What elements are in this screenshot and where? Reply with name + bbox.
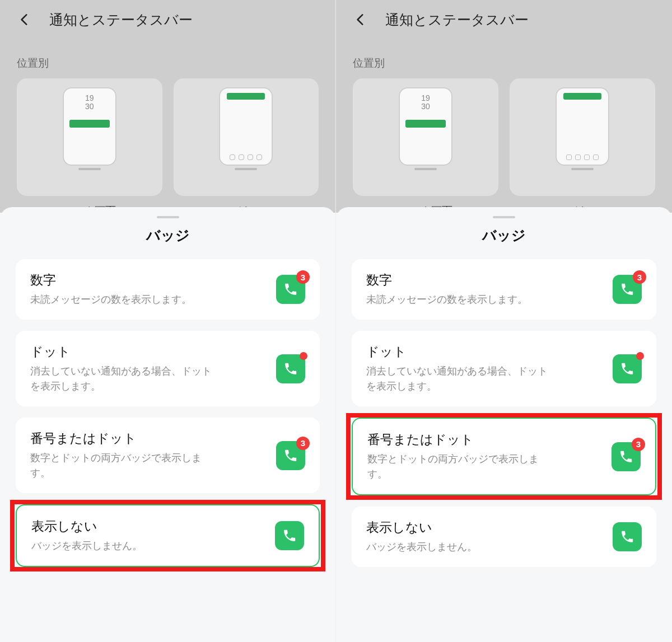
mock-time-2: 30 bbox=[85, 102, 94, 111]
sheet-title: バッジ bbox=[0, 226, 335, 245]
option-number-title: 数字 bbox=[366, 271, 528, 289]
option-number-or-dot[interactable]: 番号またはドット 数字とドットの両方バッジで表示します。 3 bbox=[352, 418, 656, 495]
mock-time-2: 30 bbox=[421, 102, 430, 111]
badge-number-icon: 3 bbox=[296, 437, 310, 450]
phone-mock-banner-icon bbox=[556, 87, 609, 166]
preview-row: 1930 ロック画面 バナー bbox=[17, 78, 319, 196]
option-dot-title: ドット bbox=[366, 343, 557, 360]
option-none[interactable]: 表示しない バッジを表示しません。 bbox=[16, 504, 320, 567]
preview-lockscreen[interactable]: 1930 bbox=[353, 78, 498, 196]
page-title: 通知とステータスバー bbox=[49, 11, 193, 29]
option-none-sub: バッジを表示しません。 bbox=[31, 538, 142, 554]
option-numordot-sub: 数字とドットの両方バッジで表示します。 bbox=[30, 451, 221, 481]
option-numordot-sub: 数字とドットの両方バッジで表示します。 bbox=[367, 452, 558, 482]
bottom-sheet: バッジ 数字 未読メッセージの数を表示します。 3 ドッ bbox=[336, 207, 672, 642]
back-icon[interactable] bbox=[17, 12, 32, 27]
option-none-title: 表示しない bbox=[31, 518, 142, 535]
section-label-location: 位置別 bbox=[353, 56, 385, 71]
badge-number-icon: 3 bbox=[633, 270, 646, 284]
drag-handle-icon[interactable] bbox=[157, 216, 179, 218]
option-number[interactable]: 数字 未読メッセージの数を表示します。 3 bbox=[16, 259, 320, 320]
panel-left: 通知とステータスバー 位置別 1930 ロック画面 バナー bbox=[0, 0, 336, 642]
phone-mock-lock-icon: 1930 bbox=[63, 87, 116, 166]
header: 通知とステータスバー bbox=[336, 0, 672, 39]
phone-app-icon bbox=[275, 521, 304, 550]
bottom-sheet: バッジ 数字 未読メッセージの数を表示します。 3 ドッ bbox=[0, 207, 335, 642]
badge-dot-icon bbox=[300, 352, 307, 360]
option-dot[interactable]: ドット 消去していない通知がある場合、ドットを表示します。 bbox=[16, 331, 320, 406]
panel-right: 通知とステータスバー 位置別 1930 ロック画面 バナー bbox=[336, 0, 672, 642]
page-title: 通知とステータスバー bbox=[385, 11, 529, 29]
sheet-title: バッジ bbox=[336, 226, 672, 245]
badge-number-icon: 3 bbox=[296, 270, 310, 284]
option-none-title: 表示しない bbox=[366, 519, 477, 536]
phone-mock-banner-icon bbox=[219, 87, 273, 166]
phone-app-icon: 3 bbox=[276, 275, 305, 304]
back-icon[interactable] bbox=[353, 12, 368, 27]
preview-banner[interactable] bbox=[510, 78, 655, 196]
preview-lockscreen[interactable]: 1930 bbox=[17, 78, 162, 196]
mock-time-1: 19 bbox=[421, 93, 430, 102]
option-number-sub: 未読メッセージの数を表示します。 bbox=[30, 292, 192, 307]
option-number[interactable]: 数字 未読メッセージの数を表示します。 3 bbox=[352, 259, 656, 320]
option-number-sub: 未読メッセージの数を表示します。 bbox=[366, 292, 528, 307]
option-numordot-title: 番号またはドット bbox=[30, 430, 221, 447]
preview-row: 1930 ロック画面 バナー bbox=[353, 78, 655, 196]
badge-dot-icon bbox=[636, 352, 644, 360]
mock-time-1: 19 bbox=[85, 93, 94, 102]
option-dot-sub: 消去していない通知がある場合、ドットを表示します。 bbox=[30, 364, 221, 394]
option-dot-sub: 消去していない通知がある場合、ドットを表示します。 bbox=[366, 364, 557, 394]
option-dot[interactable]: ドット 消去していない通知がある場合、ドットを表示します。 bbox=[352, 331, 656, 406]
badge-number-icon: 3 bbox=[632, 438, 645, 451]
phone-app-icon: 3 bbox=[613, 275, 642, 304]
phone-app-icon bbox=[276, 354, 305, 383]
phone-app-icon bbox=[613, 522, 642, 551]
option-none[interactable]: 表示しない バッジを表示しません。 bbox=[352, 507, 656, 567]
header: 通知とステータスバー bbox=[0, 0, 335, 39]
section-label-location: 位置別 bbox=[17, 56, 49, 71]
option-number-title: 数字 bbox=[30, 271, 192, 289]
phone-mock-lock-icon: 1930 bbox=[399, 87, 452, 166]
phone-app-icon: 3 bbox=[276, 441, 305, 470]
option-numordot-title: 番号またはドット bbox=[367, 431, 558, 448]
phone-app-icon: 3 bbox=[612, 442, 641, 471]
option-number-or-dot[interactable]: 番号またはドット 数字とドットの両方バッジで表示します。 3 bbox=[16, 418, 320, 493]
badge-options: 数字 未読メッセージの数を表示します。 3 ドット 消去していない通知がある場合… bbox=[336, 259, 672, 567]
drag-handle-icon[interactable] bbox=[493, 216, 515, 218]
option-none-sub: バッジを表示しません。 bbox=[366, 540, 477, 555]
phone-app-icon bbox=[613, 354, 642, 383]
badge-options: 数字 未読メッセージの数を表示します。 3 ドット 消去していない通知がある場合… bbox=[0, 259, 335, 567]
option-dot-title: ドット bbox=[30, 343, 221, 360]
preview-banner[interactable] bbox=[174, 78, 319, 196]
